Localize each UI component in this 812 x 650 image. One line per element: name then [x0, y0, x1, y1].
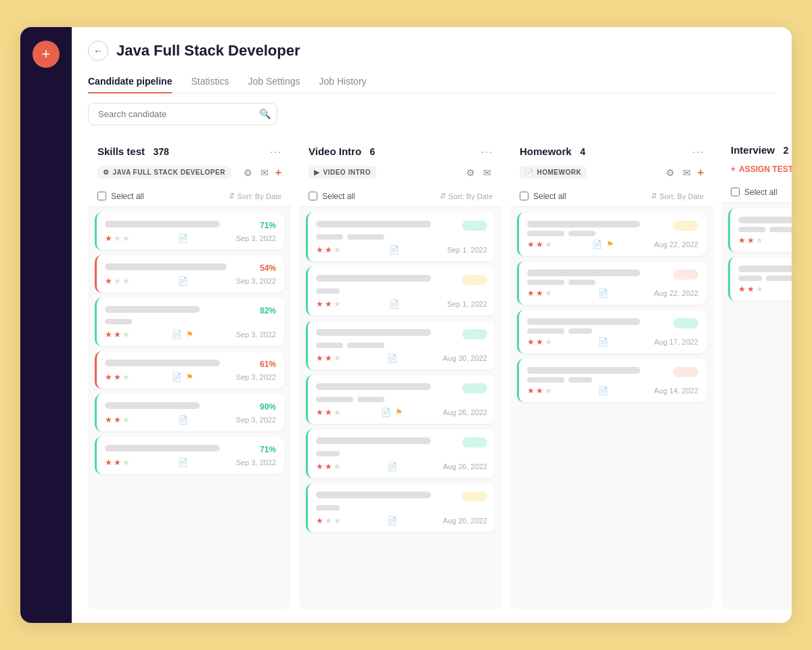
select-all-checkbox-skills-test[interactable]	[97, 192, 106, 200]
select-all-checkbox-video-intro[interactable]	[309, 192, 317, 200]
kanban-board: Skills test 378 ⋯ ⚙ JAVA FULL STACK DEVE…	[72, 125, 792, 624]
add-button[interactable]: +	[32, 41, 60, 68]
tab-job-history[interactable]: Job History	[319, 70, 367, 93]
star-rating: ★ ★ ★	[316, 299, 341, 309]
col-settings-btn-skills-test[interactable]: ⚙	[242, 166, 254, 179]
col-menu-skills-test[interactable]: ⋯	[269, 144, 281, 159]
assign-test-button[interactable]: + ASSIGN TEST	[731, 163, 792, 175]
sort-homework[interactable]: ⇵ Sort: By Date	[651, 192, 704, 200]
select-all-interview[interactable]: Select all	[731, 188, 777, 197]
select-all-checkbox-interview[interactable]	[731, 188, 740, 196]
sort-skills-test[interactable]: ⇵ Sort: By Date	[229, 192, 281, 200]
candidate-name-bar	[316, 437, 431, 444]
card-action-icons: 📄	[598, 386, 608, 395]
card-action-icons: 📄 ⚑	[592, 240, 614, 249]
table-row: ★ ★ ★ 📄 Sep 1, 2022	[306, 213, 495, 261]
card-action-icons: 📄	[389, 245, 399, 255]
card-action-icons: 📄 ⚑	[381, 408, 403, 417]
star-2: ★	[114, 372, 121, 382]
tabs: Candidate pipeline Statistics Job Settin…	[88, 70, 775, 93]
col-sub-tag-video-intro: ▶ VIDEO INTRO	[309, 166, 376, 179]
card-action-icons: 📄	[598, 337, 608, 347]
sidebar: +	[20, 27, 72, 623]
col-menu-homework[interactable]: ⋯	[692, 144, 704, 159]
card-score: 71%	[260, 221, 276, 230]
back-button[interactable]: ←	[88, 41, 108, 61]
star-rating: ★ ★ ★	[527, 288, 552, 298]
sort-icon: ⇵	[440, 192, 446, 200]
select-all-checkbox-homework[interactable]	[520, 192, 528, 200]
star-3: ★	[122, 372, 130, 382]
star-rating: ★ ★ ★	[105, 276, 130, 286]
search-input[interactable]	[88, 103, 277, 125]
col-email-btn-video-intro[interactable]: ✉	[482, 166, 493, 179]
col-select-row-interview: Select all	[721, 182, 792, 203]
tab-job-settings[interactable]: Job Settings	[248, 70, 300, 93]
star-rating: ★ ★ ★	[105, 458, 130, 467]
card-action-icons: 📄	[178, 276, 188, 286]
card-date: Aug 20, 2022	[443, 517, 487, 525]
doc-icon: 📄	[172, 372, 182, 382]
doc-icon: 📄	[178, 458, 188, 467]
card-action-icons: 📄	[387, 462, 397, 471]
col-title-row-homework: Homework 4 ⋯	[520, 144, 704, 159]
select-all-skills-test[interactable]: Select all	[97, 192, 144, 201]
col-tag-label-video-intro: VIDEO INTRO	[323, 169, 371, 176]
flag-icon: ⚑	[606, 240, 614, 249]
search-bar-row: 🔍	[72, 93, 792, 125]
table-row: ★ ★ ★ 📄 ⚑ Aug 22, 2022	[517, 213, 706, 256]
plus-icon-small: +	[731, 165, 736, 174]
tab-statistics[interactable]: Statistics	[191, 70, 229, 93]
main-content: ← Java Full Stack Developer Candidate pi…	[72, 27, 792, 623]
card-date: Aug 26, 2022	[443, 408, 487, 416]
sort-icon: ⇵	[651, 192, 657, 200]
doc-icon: 📄	[389, 299, 399, 309]
col-email-btn-homework[interactable]: ✉	[681, 166, 692, 179]
doc-icon: 📄	[389, 245, 399, 255]
select-all-video-intro[interactable]: Select all	[309, 192, 355, 201]
card-action-icons: 📄	[387, 353, 397, 363]
search-input-wrapper: 🔍	[88, 103, 277, 125]
doc-icon: 📄	[387, 462, 397, 471]
star-2: ★	[114, 415, 121, 425]
card-action-icons: 📄	[178, 415, 188, 425]
candidate-name-bar	[105, 306, 200, 313]
table-row: 54% ★ ★ ★ 📄 S	[95, 255, 284, 292]
col-add-btn-homework[interactable]: +	[698, 167, 704, 179]
col-settings-btn-video-intro[interactable]: ⚙	[465, 166, 476, 179]
star-1: ★	[105, 415, 112, 425]
col-settings-btn-homework[interactable]: ⚙	[664, 166, 676, 179]
card-date: Sep 3, 2022	[236, 416, 276, 424]
sort-icon: ⇵	[229, 192, 235, 200]
card-score: 82%	[260, 306, 276, 316]
sort-video-intro[interactable]: ⇵ Sort: By Date	[440, 192, 493, 200]
status-badge	[673, 221, 698, 231]
candidate-name-bar	[105, 445, 220, 452]
col-header-video-intro: Video Intro 6 ⋯ ▶ VIDEO INTRO ⚙	[299, 135, 502, 186]
star-1: ★	[105, 276, 112, 286]
candidate-name-bar	[316, 275, 431, 282]
col-sub-row-video-intro: ▶ VIDEO INTRO ⚙ ✉	[309, 166, 493, 179]
col-select-row-video-intro: Select all ⇵ Sort: By Date	[299, 186, 502, 207]
column-video-intro: Video Intro 6 ⋯ ▶ VIDEO INTRO ⚙	[299, 135, 502, 610]
star-3: ★	[122, 330, 130, 339]
select-all-homework[interactable]: Select all	[520, 192, 566, 201]
col-title-interview: Interview	[731, 144, 775, 156]
col-email-btn-skills-test[interactable]: ✉	[259, 166, 270, 179]
card-date: Sep 3, 2022	[236, 373, 276, 381]
video-icon: ▶	[314, 169, 320, 176]
card-date: Aug 17, 2022	[654, 338, 698, 346]
flag-icon: ⚑	[186, 330, 194, 339]
candidate-name-bar	[105, 402, 200, 409]
star-1: ★	[105, 234, 112, 243]
col-menu-video-intro[interactable]: ⋯	[480, 144, 493, 159]
star-rating: ★ ★ ★	[738, 284, 763, 294]
cards-list-video-intro: ★ ★ ★ 📄 Sep 1, 2022	[299, 207, 502, 610]
card-date: Sep 1, 2022	[447, 300, 487, 308]
card-date: Sep 1, 2022	[447, 246, 487, 254]
star-rating: ★ ★ ★	[105, 330, 130, 339]
col-add-btn-skills-test[interactable]: +	[275, 167, 281, 179]
tab-candidate-pipeline[interactable]: Candidate pipeline	[88, 70, 172, 93]
column-skills-test: Skills test 378 ⋯ ⚙ JAVA FULL STACK DEVE…	[88, 135, 291, 610]
column-interview: Interview 2 + ASSIGN TEST	[721, 135, 792, 610]
